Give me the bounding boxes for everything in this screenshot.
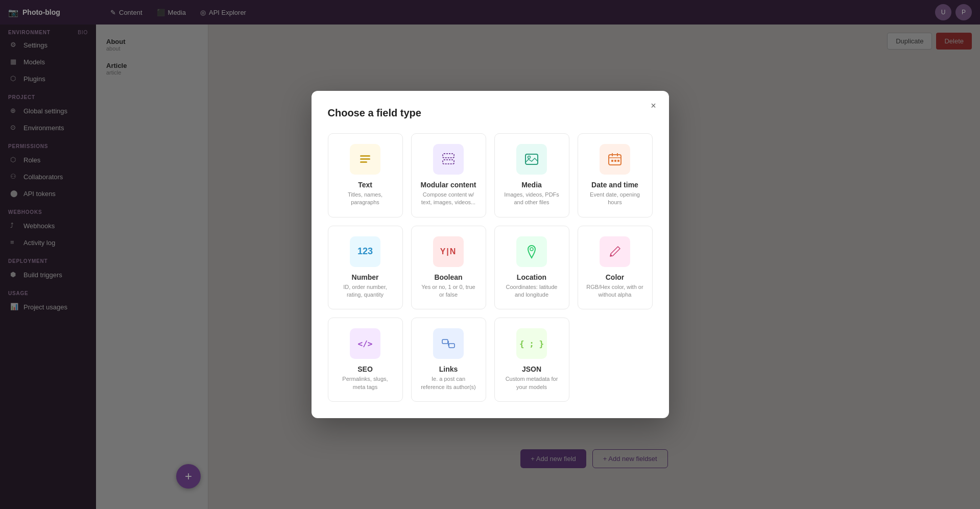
svg-rect-3 — [443, 154, 454, 158]
seo-icon: </> — [350, 328, 380, 359]
field-type-links[interactable]: Links Ie. a post can reference its autho… — [411, 318, 486, 402]
choose-field-type-modal: Choose a field type × Text Titles, names… — [312, 91, 669, 418]
location-field-desc: Coordinates: latitude and longitude — [503, 283, 561, 299]
location-icon — [516, 236, 547, 267]
json-field-name: JSON — [503, 365, 561, 373]
boolean-field-name: Boolean — [420, 273, 477, 281]
field-type-seo[interactable]: </> SEO Permalinks, slugs, meta tags — [328, 318, 403, 402]
svg-rect-1 — [360, 158, 370, 160]
datetime-field-desc: Event date, opening hours — [586, 191, 644, 207]
field-type-json[interactable]: { ; } JSON Custom metadata for your mode… — [494, 318, 569, 402]
field-type-media[interactable]: Media Images, videos, PDFs and other fil… — [494, 133, 569, 217]
svg-rect-13 — [617, 160, 619, 162]
color-field-name: Color — [586, 273, 644, 281]
modular-field-desc: Compose content w/ text, images, videos.… — [420, 191, 477, 207]
modal-close-button[interactable]: × — [647, 99, 661, 113]
field-type-grid: Text Titles, names, paragraphs Modular c… — [328, 133, 653, 402]
links-icon — [433, 328, 464, 359]
seo-field-desc: Permalinks, slugs, meta tags — [337, 375, 394, 391]
media-field-desc: Images, videos, PDFs and other files — [503, 191, 561, 207]
modular-field-name: Modular content — [420, 181, 477, 189]
number-field-desc: ID, order number, rating, quantity — [337, 283, 394, 299]
field-type-modular[interactable]: Modular content Compose content w/ text,… — [411, 133, 486, 217]
field-type-datetime[interactable]: Date and time Event date, opening hours — [578, 133, 653, 217]
json-icon: { ; } — [516, 328, 547, 359]
location-field-name: Location — [503, 273, 561, 281]
field-type-number[interactable]: 123 Number ID, order number, rating, qua… — [328, 226, 403, 310]
svg-rect-11 — [611, 160, 613, 162]
color-icon — [600, 236, 630, 267]
svg-point-14 — [530, 248, 533, 251]
svg-rect-4 — [443, 160, 454, 164]
svg-point-6 — [528, 156, 531, 158]
media-icon — [516, 144, 547, 175]
links-field-name: Links — [420, 365, 477, 373]
color-field-desc: RGB/Hex color, with or without alpha — [586, 283, 644, 299]
modal-title: Choose a field type — [328, 107, 653, 119]
media-field-name: Media — [503, 181, 561, 189]
svg-rect-12 — [614, 160, 616, 162]
boolean-icon: Y|N — [433, 236, 464, 267]
modular-icon — [433, 144, 464, 175]
number-icon: 123 — [350, 236, 380, 267]
boolean-field-desc: Yes or no, 1 or 0, true or false — [420, 283, 477, 299]
svg-rect-2 — [360, 161, 367, 163]
svg-point-15 — [610, 254, 612, 256]
number-field-name: Number — [337, 273, 394, 281]
text-icon — [350, 144, 380, 175]
seo-field-name: SEO — [337, 365, 394, 373]
field-type-text[interactable]: Text Titles, names, paragraphs — [328, 133, 403, 217]
field-type-boolean[interactable]: Y|N Boolean Yes or no, 1 or 0, true or f… — [411, 226, 486, 310]
svg-rect-17 — [449, 344, 455, 348]
field-type-color[interactable]: Color RGB/Hex color, with or without alp… — [578, 226, 653, 310]
svg-rect-16 — [442, 340, 448, 344]
datetime-field-name: Date and time — [586, 181, 644, 189]
modal-overlay[interactable]: Choose a field type × Text Titles, names… — [0, 0, 980, 509]
text-field-name: Text — [337, 181, 394, 189]
text-field-desc: Titles, names, paragraphs — [337, 191, 394, 207]
links-field-desc: Ie. a post can reference its author(s) — [420, 375, 477, 391]
datetime-icon — [600, 144, 630, 175]
field-type-location[interactable]: Location Coordinates: latitude and longi… — [494, 226, 569, 310]
svg-rect-0 — [360, 155, 370, 157]
json-field-desc: Custom metadata for your models — [503, 375, 561, 391]
